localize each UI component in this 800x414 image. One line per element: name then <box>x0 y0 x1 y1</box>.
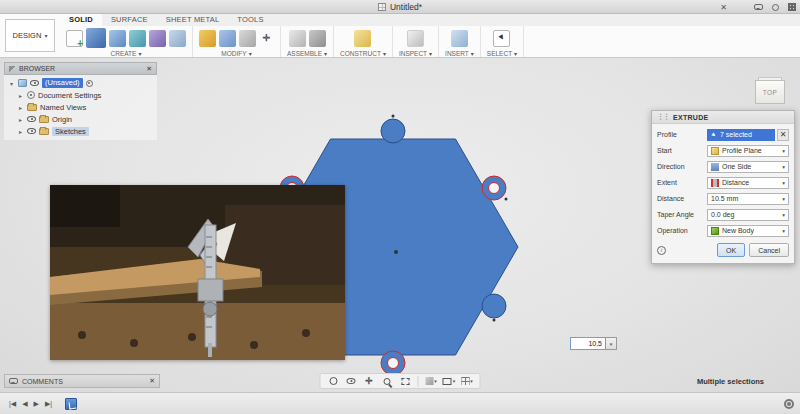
viewcube-top-face[interactable]: TOP <box>755 80 785 104</box>
tab-sheet-metal[interactable]: SHEET METAL <box>157 14 229 26</box>
taper-angle-input[interactable]: 0.0 deg ▾ <box>707 209 789 221</box>
tree-item-label[interactable]: Document Settings <box>38 91 101 100</box>
hole-upper-right[interactable] <box>489 183 500 194</box>
close-icon[interactable]: ✕ <box>720 3 727 12</box>
info-icon[interactable]: i <box>657 246 666 255</box>
tab-lower-right[interactable] <box>482 294 506 318</box>
group-create: CREATE <box>60 26 193 57</box>
expand-caret-icon[interactable]: ▸ <box>17 116 24 123</box>
display-settings-icon[interactable]: ▾ <box>424 375 439 388</box>
browser-close-icon[interactable]: ✕ <box>146 65 152 73</box>
extent-dropdown[interactable]: Distance ▾ <box>707 177 789 189</box>
select-icon[interactable] <box>493 30 510 47</box>
sketch-feature-marker[interactable] <box>65 398 77 410</box>
step-back-icon[interactable]: ◀ <box>19 400 30 408</box>
expand-caret-icon[interactable]: ▸ <box>17 128 24 135</box>
tree-item-origin[interactable]: ▸ Origin <box>4 113 157 125</box>
browser-header[interactable]: BROWSER ✕ <box>4 62 157 75</box>
tab-solid[interactable]: SOLID <box>60 14 102 26</box>
workspace-switcher[interactable]: DESIGN <box>5 19 55 52</box>
model-canvas[interactable]: 10.5 ▾ TOP BROWSER ✕ ▾ (Unsaved) <box>0 58 800 392</box>
extrude-dialog-header[interactable]: ⋮⋮ EXTRUDE <box>652 111 794 124</box>
tree-item-label[interactable]: Sketches <box>52 127 89 136</box>
distance-floating-input[interactable]: 10.5 ▾ <box>570 337 617 350</box>
visibility-eye-icon[interactable] <box>27 128 36 134</box>
tab-surface[interactable]: SURFACE <box>102 14 157 26</box>
hole-bottom[interactable] <box>388 358 399 369</box>
fit-icon[interactable] <box>398 375 413 388</box>
tree-item-sketches[interactable]: ▸ Sketches <box>4 125 157 137</box>
pan-icon[interactable]: ✛ <box>362 375 377 388</box>
comments-close-icon[interactable]: ✕ <box>149 377 155 385</box>
tree-root-row[interactable]: ▾ (Unsaved) <box>4 77 157 89</box>
construct-plane-icon[interactable] <box>354 30 371 47</box>
distance-dropdown-icon[interactable]: ▾ <box>606 337 617 350</box>
comments-bar[interactable]: COMMENTS ✕ <box>4 374 160 388</box>
shell-icon[interactable] <box>239 30 256 47</box>
direction-dropdown[interactable]: One Side ▾ <box>707 161 789 173</box>
expand-caret-icon[interactable]: ▾ <box>8 80 15 87</box>
zoom-icon[interactable] <box>380 375 395 388</box>
measure-icon[interactable] <box>407 30 424 47</box>
folder-icon <box>39 116 49 123</box>
new-component-icon[interactable] <box>289 30 306 47</box>
skip-to-end-icon[interactable]: ▶| <box>42 400 55 408</box>
comments-icon[interactable] <box>754 4 763 10</box>
press-pull-icon[interactable] <box>199 30 216 47</box>
expand-caret-icon[interactable]: ▸ <box>17 104 24 111</box>
clear-selection-icon[interactable]: ✕ <box>777 129 789 141</box>
insert-menu[interactable]: INSERT <box>445 50 474 57</box>
notifications-icon[interactable] <box>772 4 779 11</box>
joint-icon[interactable] <box>309 30 326 47</box>
insert-icon[interactable] <box>451 30 468 47</box>
distance-input[interactable]: 10.5 mm ▾ <box>707 193 789 205</box>
coil-icon[interactable] <box>169 30 186 47</box>
grid-snap-icon[interactable]: ▾ <box>460 375 475 388</box>
active-component-radio[interactable] <box>86 80 93 87</box>
visibility-eye-icon[interactable] <box>30 80 39 86</box>
select-menu[interactable]: SELECT <box>487 50 517 57</box>
create-menu[interactable]: CREATE <box>111 50 142 57</box>
cancel-button[interactable]: Cancel <box>749 243 789 257</box>
titlebar: Untitled* ✕ <box>0 0 800 14</box>
loft-icon[interactable] <box>149 30 166 47</box>
dialog-title: EXTRUDE <box>673 114 709 121</box>
operation-dropdown[interactable]: New Body ▾ <box>707 225 789 237</box>
create-sketch-icon[interactable] <box>66 30 83 47</box>
tree-item-named-views[interactable]: ▸ Named Views <box>4 101 157 113</box>
sweep-icon[interactable] <box>129 30 146 47</box>
profile-selection-chip[interactable]: ► 7 selected <box>707 129 775 141</box>
root-label[interactable]: (Unsaved) <box>42 78 83 88</box>
expand-caret-icon[interactable]: ▸ <box>17 92 24 99</box>
ok-button[interactable]: OK <box>717 243 745 257</box>
assemble-menu[interactable]: ASSEMBLE <box>287 50 327 57</box>
center-point[interactable] <box>394 250 398 254</box>
modify-menu[interactable]: MODIFY <box>221 50 251 57</box>
distance-value-field[interactable]: 10.5 <box>570 337 606 350</box>
orbit-icon[interactable] <box>326 375 341 388</box>
direction-label: Direction <box>657 163 707 170</box>
operation-row: Operation New Body ▾ <box>657 224 789 237</box>
skip-to-start-icon[interactable]: |◀ <box>6 400 19 408</box>
drag-grip-icon[interactable]: ⋮⋮ <box>657 113 669 121</box>
viewport-layout-icon[interactable]: ▾ <box>442 375 457 388</box>
tab-top[interactable] <box>381 119 405 143</box>
tree-item-document-settings[interactable]: ▸ Document Settings <box>4 89 157 101</box>
visibility-eye-icon[interactable] <box>27 116 36 122</box>
ribbon-tabs: SOLID SURFACE SHEET METAL TOOLS <box>60 14 800 26</box>
viewcube[interactable]: TOP <box>752 76 788 108</box>
move-icon[interactable]: ✛ <box>259 32 274 45</box>
tree-item-label[interactable]: Origin <box>52 115 72 124</box>
revolve-icon[interactable] <box>109 30 126 47</box>
start-dropdown[interactable]: Profile Plane ▾ <box>707 145 789 157</box>
apps-icon[interactable] <box>788 3 796 11</box>
extrude-icon[interactable] <box>86 28 106 48</box>
tab-tools[interactable]: TOOLS <box>228 14 272 26</box>
look-at-icon[interactable] <box>344 375 359 388</box>
tree-item-label[interactable]: Named Views <box>40 103 86 112</box>
fillet-icon[interactable] <box>219 30 236 47</box>
inspect-menu[interactable]: INSPECT <box>399 50 432 57</box>
play-icon[interactable]: ▶ <box>31 400 42 408</box>
construct-menu[interactable]: CONSTRUCT <box>340 50 386 57</box>
timeline-settings-gear-icon[interactable] <box>784 399 794 409</box>
